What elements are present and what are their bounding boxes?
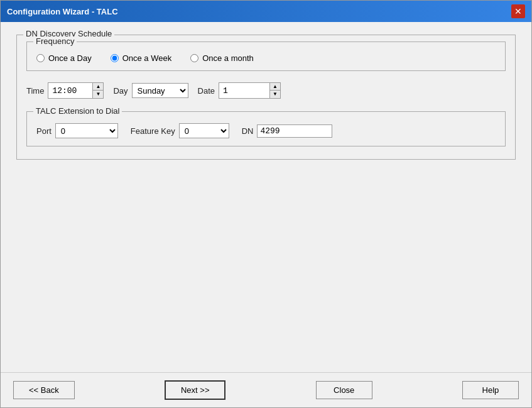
time-field-group: Time ▲ ▼ <box>26 82 104 99</box>
port-label: Port <box>36 126 52 136</box>
date-spin-buttons: ▲ ▼ <box>269 83 280 98</box>
radio-once-a-week[interactable]: Once a Week <box>111 53 172 63</box>
talc-fields-row: Port 0 1 2 3 Feature Key 0 1 <box>36 118 496 138</box>
time-label: Time <box>26 86 44 96</box>
radio-once-a-week-input[interactable] <box>111 54 119 62</box>
back-button[interactable]: << Back <box>13 381 75 399</box>
feature-key-label: Feature Key <box>131 126 175 136</box>
radio-once-a-day-label: Once a Day <box>48 53 92 63</box>
close-button[interactable]: Close <box>316 381 372 399</box>
main-window: Configuration Wizard - TALC ✕ DN Discove… <box>0 0 532 408</box>
time-spin-up[interactable]: ▲ <box>93 83 103 91</box>
frequency-group: Frequency Once a Day Once a Week Once a … <box>26 41 506 71</box>
feature-key-field-group: Feature Key 0 1 2 3 <box>131 123 229 138</box>
window-title: Configuration Wizard - TALC <box>7 7 118 16</box>
footer: << Back Next >> Close Help <box>1 372 531 407</box>
radio-once-a-month-input[interactable] <box>190 54 198 62</box>
next-button[interactable]: Next >> <box>165 380 226 400</box>
time-spin-buttons: ▲ ▼ <box>92 83 103 98</box>
title-bar: Configuration Wizard - TALC ✕ <box>1 1 531 22</box>
frequency-label: Frequency <box>33 36 77 46</box>
dn-field-group: DN <box>242 124 333 138</box>
dn-input[interactable] <box>257 124 332 138</box>
radio-once-a-day[interactable]: Once a Day <box>36 53 92 63</box>
dn-discovery-group: DN Discovery Schedule Frequency Once a D… <box>16 35 516 160</box>
date-spin-down[interactable]: ▼ <box>270 91 280 98</box>
radio-once-a-week-label: Once a Week <box>122 53 172 63</box>
day-field-group: Day Sunday Monday Tuesday Wednesday Thur… <box>113 83 188 98</box>
time-spin-down[interactable]: ▼ <box>93 91 103 98</box>
radio-once-a-day-input[interactable] <box>36 54 45 62</box>
time-input[interactable] <box>48 83 92 98</box>
frequency-row: Once a Day Once a Week Once a month <box>36 48 496 63</box>
feature-key-dropdown[interactable]: 0 1 2 3 <box>179 123 229 138</box>
radio-once-a-month[interactable]: Once a month <box>190 53 254 63</box>
close-window-button[interactable]: ✕ <box>511 4 525 18</box>
date-input[interactable] <box>219 83 269 98</box>
time-day-date-row: Time ▲ ▼ Day Sunday Monday Tuesday <box>26 82 506 99</box>
date-label: Date <box>198 86 215 96</box>
port-dropdown[interactable]: 0 1 2 3 <box>55 123 118 138</box>
radio-once-a-month-label: Once a month <box>202 53 254 63</box>
date-field-group: Date ▲ ▼ <box>198 82 281 99</box>
content-spacer <box>16 169 516 360</box>
date-spin-up[interactable]: ▲ <box>270 83 280 91</box>
talc-extension-label: TALC Extension to Dial <box>33 106 122 116</box>
content-area: DN Discovery Schedule Frequency Once a D… <box>1 22 531 372</box>
talc-extension-group: TALC Extension to Dial Port 0 1 2 3 Feat… <box>26 111 506 146</box>
help-button[interactable]: Help <box>462 381 519 399</box>
time-input-wrapper: ▲ ▼ <box>48 82 104 99</box>
day-dropdown[interactable]: Sunday Monday Tuesday Wednesday Thursday… <box>132 83 188 98</box>
dn-label: DN <box>242 126 254 136</box>
day-label: Day <box>113 86 128 96</box>
date-input-wrapper: ▲ ▼ <box>219 82 281 99</box>
port-field-group: Port 0 1 2 3 <box>36 123 118 138</box>
